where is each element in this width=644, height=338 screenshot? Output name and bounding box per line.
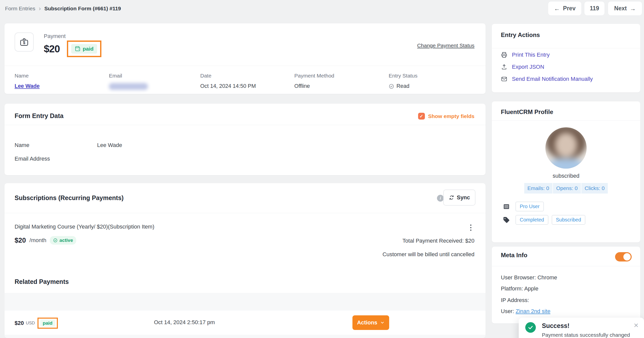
meta-info-toggle[interactable] <box>615 252 632 261</box>
table-footer-strip <box>5 335 486 338</box>
total-payment-received: Total Payment Received: $20 <box>403 238 474 244</box>
entry-number-button[interactable]: 119 <box>584 1 605 16</box>
fluentcrm-profile-title: FluentCRM Profile <box>501 108 553 116</box>
toast-message: Payment status successfully changed <box>542 332 630 338</box>
field-date: Date Oct 14, 2024 14:50 PM <box>200 73 256 89</box>
divider <box>5 125 486 125</box>
table-row: $20 USD paid Oct 14, 2024 2:50:17 pm Act… <box>5 311 486 335</box>
subscription-item-name: Digital Marketing Course (Yearly/ $20)(S… <box>15 223 154 230</box>
success-toast: Success! Payment status successfully cha… <box>519 318 644 338</box>
envelope-icon <box>501 76 507 82</box>
kebab-menu-icon[interactable] <box>469 223 473 232</box>
show-empty-fields-label: Show empty fields <box>428 113 474 119</box>
sync-icon <box>449 195 454 200</box>
show-empty-fields-toggle[interactable]: ✓ Show empty fields <box>418 113 474 120</box>
subscription-status-badge: active <box>50 236 76 245</box>
meta-info-card: Meta Info User Browser: Chrome Platform:… <box>492 247 640 323</box>
billing-note: Customer will be billed until cancelled <box>382 251 474 258</box>
crm-tag-chip[interactable]: Subscribed <box>552 215 585 225</box>
success-check-icon <box>525 322 536 333</box>
subscriptions-card: Subscriptions (Recurring Payments) i Syn… <box>5 183 486 338</box>
divider <box>5 66 486 66</box>
check-circle-icon <box>53 238 58 243</box>
subscription-status-text: active <box>59 238 73 243</box>
right-arrow-icon: → <box>630 5 636 12</box>
field-label: Payment Method <box>294 73 334 79</box>
field-label: Name <box>15 73 40 79</box>
divider <box>492 266 640 266</box>
meta-info-title: Meta Info <box>501 252 527 259</box>
payment-status-text: paid <box>83 46 94 52</box>
payment-amount: $20 <box>44 43 60 55</box>
left-arrow-icon: ← <box>554 5 560 12</box>
divider <box>5 213 486 213</box>
crm-tag-chip[interactable]: Completed <box>515 215 548 225</box>
subscriptions-title: Subscriptions (Recurring Payments) <box>15 194 124 202</box>
next-label: Next <box>614 5 627 12</box>
check-circle-icon <box>389 84 394 89</box>
related-payments-title: Related Payments <box>15 278 69 285</box>
entry-actions-title: Entry Actions <box>501 31 540 39</box>
upload-icon <box>501 64 507 70</box>
table-header-row: Amount Date (GMT) <box>5 293 486 311</box>
opens-stat[interactable]: Opens: 0 <box>553 183 581 194</box>
entry-status-value: Read <box>396 83 409 89</box>
clicks-stat[interactable]: Clicks: 0 <box>581 183 608 194</box>
link-label: Print This Entry <box>512 52 550 58</box>
row-date: Oct 14, 2024 2:50:17 pm <box>154 319 215 326</box>
meta-user-link[interactable]: Zinan 2nd site <box>516 308 550 314</box>
svg-text:$: $ <box>23 41 25 45</box>
print-this-entry-link[interactable]: Print This Entry <box>501 52 550 58</box>
form-entry-data-card: Form Entry Data ✓ Show empty fields Name… <box>5 104 486 175</box>
form-entry-data-title: Form Entry Data <box>15 112 63 120</box>
blurred-email-value <box>109 83 148 90</box>
breadcrumb-current: Subscription Form (#661) #119 <box>44 6 121 12</box>
chevron-down-icon <box>380 320 385 325</box>
prev-button[interactable]: ← Prev <box>548 1 582 16</box>
crm-stats: Emails: 0 Opens: 0 Clicks: 0 <box>492 183 640 194</box>
crm-subscription-status: subscribed <box>492 173 640 179</box>
entry-row-label: Email Address <box>15 156 50 162</box>
emails-stat[interactable]: Emails: 0 <box>524 183 552 194</box>
payment-briefcase-icon: $ <box>15 32 34 52</box>
tag-icon <box>503 216 510 223</box>
send-email-notification-link[interactable]: Send Email Notification Manually <box>501 76 593 82</box>
divider <box>492 48 640 48</box>
chevron-right-icon: › <box>39 5 41 12</box>
link-label: Export JSON <box>512 64 544 70</box>
field-name: Name Lee Wade <box>15 73 40 89</box>
prev-label: Prev <box>563 5 576 12</box>
checkbox-checked-icon[interactable]: ✓ <box>418 113 425 120</box>
row-amount: $20 <box>15 320 24 326</box>
entry-row-label: Name <box>15 142 29 148</box>
sync-button[interactable]: Sync <box>443 190 475 206</box>
field-entry-status: Entry Status Read <box>389 73 417 89</box>
list-icon <box>503 203 510 210</box>
row-currency: USD <box>26 321 35 326</box>
entry-row-value: Lee Wade <box>97 142 122 148</box>
crm-list-chip[interactable]: Pro User <box>515 202 544 211</box>
export-json-link[interactable]: Export JSON <box>501 64 544 70</box>
toggle-knob <box>623 253 631 260</box>
close-icon[interactable]: × <box>634 321 638 329</box>
breadcrumb: Form Entries › Subscription Form (#661) … <box>5 5 121 12</box>
meta-ip-address: IP Address: <box>501 297 529 304</box>
field-label: Email <box>109 73 148 79</box>
meta-user: User: Zinan 2nd site <box>501 308 550 315</box>
change-payment-status-link[interactable]: Change Payment Status <box>417 43 474 49</box>
highlight-box: paid <box>67 41 101 57</box>
entry-actions-card: Entry Actions Print This Entry Export JS… <box>492 24 640 92</box>
payment-label: Payment <box>44 33 101 40</box>
field-value: Offline <box>294 83 334 89</box>
meta-user-label: User: <box>501 308 514 314</box>
subscription-price: $20 <box>15 237 26 244</box>
breadcrumb-form-entries[interactable]: Form Entries <box>5 6 35 12</box>
avatar <box>545 127 587 169</box>
info-icon[interactable]: i <box>437 195 444 202</box>
next-button[interactable]: Next → <box>608 1 642 16</box>
customer-name-link[interactable]: Lee Wade <box>15 83 40 89</box>
sync-label: Sync <box>457 194 470 201</box>
actions-button[interactable]: Actions <box>352 315 389 330</box>
printer-icon <box>501 52 507 58</box>
divider <box>492 120 640 121</box>
